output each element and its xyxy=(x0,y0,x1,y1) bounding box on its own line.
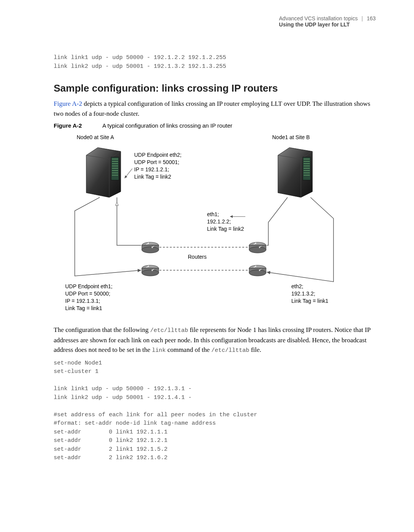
svg-rect-25 xyxy=(142,268,159,273)
config-paragraph: The configuration that the following /et… xyxy=(54,325,376,355)
svg-point-24 xyxy=(142,265,159,271)
header-separator: | xyxy=(359,15,365,21)
svg-rect-19 xyxy=(142,245,159,250)
top-code-block: link link1 udp - udp 50000 - 192.1.2.2 1… xyxy=(54,54,376,71)
eth1-info-box: eth1; 192.1.2.2; Link Tag = link2 xyxy=(207,211,244,233)
figure-crossref-link[interactable]: Figure A-2 xyxy=(54,100,82,107)
svg-point-29 xyxy=(249,270,266,276)
section-heading: Sample configuration: links crossing IP … xyxy=(54,82,376,94)
bottom-code-block: set-node Node1 set-cluster 1 link link1 … xyxy=(54,359,376,463)
inline-code-llttab2: /etc/llttab xyxy=(211,347,249,354)
udp-endpoint-eth2-box: UDP Endpoint eth2; UDP Port = 50001; IP … xyxy=(134,151,182,181)
intro-rest: depicts a typical configuration of links… xyxy=(54,100,370,117)
network-diagram: Node0 at Site A Node1 at Site B UDP Endp… xyxy=(65,134,356,318)
routers-label: Routers xyxy=(188,254,207,260)
page-header: Advanced VCS installation topics | 163 U… xyxy=(279,15,376,28)
svg-point-18 xyxy=(142,242,159,248)
node1-label: Node1 at Site B xyxy=(272,134,310,140)
eth2-info-box: eth2; 192.1.3.2; Link Tag = link1 xyxy=(291,283,329,305)
node0-label: Node0 at Site A xyxy=(77,134,114,140)
figure-caption-row: Figure A-2 A typical configuration of li… xyxy=(54,122,376,129)
svg-point-20 xyxy=(142,247,159,253)
section-title: Using the UDP layer for LLT xyxy=(279,21,350,28)
figure-label: Figure A-2 xyxy=(54,122,82,129)
chapter-title: Advanced VCS installation topics xyxy=(279,15,358,21)
figure-caption: A typical configuration of links crossin… xyxy=(102,122,232,129)
svg-rect-28 xyxy=(249,268,266,273)
svg-line-32 xyxy=(125,169,132,178)
page-number: 163 xyxy=(367,15,376,21)
svg-rect-22 xyxy=(249,245,266,250)
svg-point-21 xyxy=(249,242,266,248)
svg-rect-0 xyxy=(111,157,119,180)
svg-rect-9 xyxy=(303,157,310,180)
intro-paragraph: Figure A-2 depicts a typical configurati… xyxy=(54,99,376,118)
svg-point-26 xyxy=(142,270,159,276)
udp-endpoint-eth1-box: UDP Endpoint eth1; UDP Port = 50000; IP … xyxy=(65,283,113,312)
svg-point-27 xyxy=(249,265,266,271)
inline-code-link: link xyxy=(152,347,166,354)
inline-code-llttab: /etc/llttab xyxy=(150,327,188,334)
svg-point-23 xyxy=(249,247,266,253)
